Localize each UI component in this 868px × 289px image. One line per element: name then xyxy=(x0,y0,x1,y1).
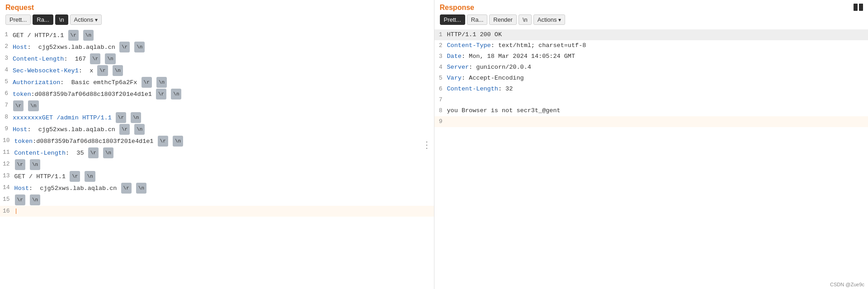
response-render-btn[interactable]: Render xyxy=(489,14,517,25)
table-row: 9 Host: cjg52xws.lab.aqlab.cn \r \n xyxy=(0,123,434,135)
table-row: 3 Content-Length: 167 \r \n xyxy=(0,53,434,65)
table-row: 5 Vary: Accept-Encoding xyxy=(434,73,868,84)
table-row: 5 Authorization: Basic emthcTp6a2Fx \r \… xyxy=(0,76,434,88)
table-row: 4 Sec-Websocket-Key1: x \r \n xyxy=(0,65,434,76)
table-row: 6 Content-Length: 32 xyxy=(434,84,868,95)
request-toolbar: Prett... Ra... \n Actions xyxy=(5,14,429,28)
request-raw-btn[interactable]: Ra... xyxy=(33,14,53,25)
svg-rect-1 xyxy=(859,4,863,11)
svg-rect-0 xyxy=(854,4,858,11)
table-row: 7 \r \n xyxy=(0,100,434,112)
split-view-icon[interactable] xyxy=(854,4,863,11)
request-newline-btn[interactable]: \n xyxy=(55,14,68,25)
table-row: 2 Host: cjg52xws.lab.aqlab.cn \r \n xyxy=(0,41,434,53)
request-header: Request Prett... Ra... \n Actions xyxy=(0,0,434,28)
table-row: 10 token:d088f359b7af06d88c1803f201e4d1e… xyxy=(0,135,434,147)
table-row: 3 Date: Mon, 18 Mar 2024 14:05:24 GMT xyxy=(434,51,868,62)
response-header: Response Prett... Ra... Render \n Action… xyxy=(434,0,868,28)
table-row: 8 xxxxxxxxGET /admin HTTP/1.1 \r \n xyxy=(0,112,434,123)
response-newline-btn[interactable]: \n xyxy=(519,14,532,25)
table-row: 1 HTTP/1.1 200 OK xyxy=(434,29,868,40)
response-actions-btn[interactable]: Actions xyxy=(533,14,566,25)
response-toolbar: Prett... Ra... Render \n Actions xyxy=(440,14,863,28)
badge-lf: \n xyxy=(83,30,94,41)
table-row: 15 \r \n xyxy=(0,194,434,206)
request-title: Request xyxy=(5,4,429,12)
table-row: 11 Content-Length: 35 \r \n xyxy=(0,147,434,159)
request-actions-btn[interactable]: Actions xyxy=(70,14,102,25)
response-pretty-btn[interactable]: Prett... xyxy=(440,14,465,25)
request-code-area[interactable]: 1 GET / HTTP/1.1 \r \n 2 Host: cjg52xws.… xyxy=(0,28,434,289)
table-row: 6 token:d088f359b7af06d88c1803f201e4d1e1… xyxy=(0,88,434,100)
request-panel: Request Prett... Ra... \n Actions 1 GET … xyxy=(0,0,434,289)
request-pretty-btn[interactable]: Prett... xyxy=(5,14,31,25)
table-row: 14 Host: cjg52xws.lab.aqlab.cn \r \n xyxy=(0,182,434,194)
response-panel: Response Prett... Ra... Render \n Action… xyxy=(434,0,868,289)
table-row: 13 GET / HTTP/1.1 \r \n xyxy=(0,171,434,182)
watermark-label: CSDN @Zue9c xyxy=(830,282,864,287)
table-row: 7 xyxy=(434,95,868,105)
response-code-area[interactable]: 1 HTTP/1.1 200 OK 2 Content-Type: text/h… xyxy=(434,28,868,289)
table-row: 8 you Browser is not secr3t_@gent xyxy=(434,105,868,116)
table-row: 12 \r \n xyxy=(0,159,434,171)
table-row: 1 GET / HTTP/1.1 \r \n xyxy=(0,29,434,41)
response-title: Response xyxy=(440,4,863,12)
table-row: 9 xyxy=(434,116,868,127)
table-row: 16 xyxy=(0,206,434,217)
table-row: 4 Server: gunicorn/20.0.4 xyxy=(434,62,868,73)
response-raw-btn[interactable]: Ra... xyxy=(467,14,487,25)
badge-cr: \r xyxy=(68,30,79,41)
table-row: 2 Content-Type: text/html; charset=utf-8 xyxy=(434,40,868,51)
request-dots-menu[interactable]: ⋮ xyxy=(422,139,431,150)
